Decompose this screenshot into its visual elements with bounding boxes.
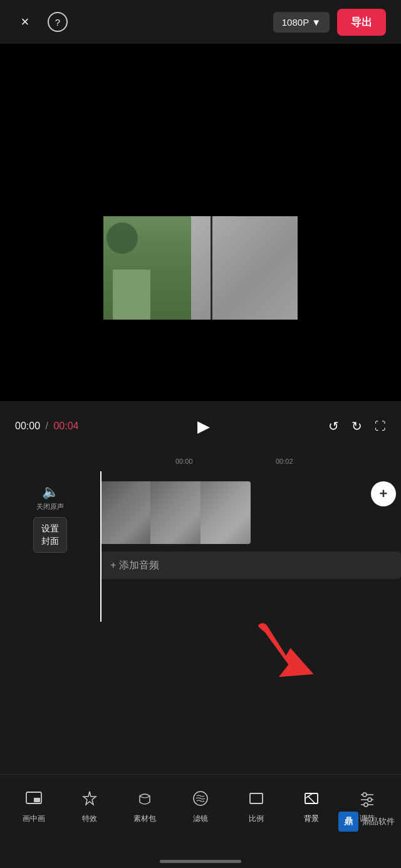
svg-rect-4	[250, 793, 263, 803]
tool-filters[interactable]: 滤镜	[182, 787, 219, 824]
tool-picture-in-picture[interactable]: 画中画	[15, 787, 53, 824]
left-track-controls: 🔈 关闭原声 设置 封面	[0, 471, 100, 627]
top-bar-left: × ?	[15, 12, 68, 32]
fullscreen-button[interactable]: ⛶	[375, 420, 386, 433]
tool-label-filters: 滤镜	[193, 813, 208, 824]
ruler-mark-2: 00:02	[276, 458, 293, 465]
help-button[interactable]: ?	[48, 12, 68, 32]
tool-materials[interactable]: 素材包	[126, 787, 164, 824]
cover-line2: 封面	[41, 535, 59, 548]
undo-button[interactable]: ↺	[328, 419, 339, 434]
tool-label-materials: 素材包	[133, 813, 156, 824]
export-button[interactable]: 导出	[337, 9, 386, 36]
playhead[interactable]	[100, 471, 102, 622]
video-black-top	[103, 103, 298, 216]
materials-icon	[133, 787, 156, 810]
svg-marker-2	[83, 792, 96, 805]
time-total: 00:04	[53, 421, 78, 431]
mute-button[interactable]: 🔈 关闭原声	[36, 484, 64, 511]
time-separator: /	[46, 421, 48, 431]
tool-ratio[interactable]: 比例	[237, 787, 275, 824]
video-image-area	[103, 216, 298, 320]
svg-point-9	[363, 793, 367, 797]
track-area: +	[100, 471, 401, 553]
video-black-bottom	[103, 320, 298, 342]
arrow-icon	[251, 611, 326, 693]
timeline-content: 🔈 关闭原声 设置 封面	[0, 471, 401, 627]
right-controls: ↺ ↻ ⛶	[328, 419, 386, 434]
timeline-area: 00:00 00:02 🔈 关闭原声 设置 封面	[0, 451, 401, 627]
svg-rect-5	[305, 793, 318, 803]
tool-label-effects: 特效	[82, 813, 97, 824]
set-cover-button[interactable]: 设置 封面	[33, 517, 67, 553]
top-bar: × ? 1080P ▼ 导出	[0, 0, 401, 44]
tool-label-picture-in-picture: 画中画	[23, 813, 45, 824]
background-icon	[300, 787, 323, 810]
time-current: 00:00	[15, 421, 40, 431]
track-frame-1	[100, 481, 150, 544]
home-indicator	[160, 860, 241, 863]
add-audio-button[interactable]: + 添加音频	[100, 552, 401, 579]
track-frame-3	[200, 481, 251, 544]
add-clip-button[interactable]: +	[371, 481, 396, 506]
ruler-mark-0: 00:00	[175, 458, 193, 465]
track-frame-2	[150, 481, 200, 544]
play-button[interactable]: ▶	[197, 417, 210, 436]
svg-rect-1	[34, 798, 40, 802]
video-frame	[103, 103, 298, 342]
filters-icon	[189, 787, 212, 810]
time-display: 00:00 / 00:04	[15, 421, 78, 432]
ratio-icon	[245, 787, 268, 810]
track-clip[interactable]	[100, 481, 251, 544]
vertical-divider	[211, 216, 212, 320]
svg-point-11	[368, 798, 372, 802]
cover-line1: 设置	[41, 523, 59, 535]
adjust-icon	[356, 787, 378, 810]
effects-icon	[78, 787, 101, 810]
controls-bar: 00:00 / 00:04 ▶ ↺ ↻ ⛶	[0, 401, 401, 451]
tool-background[interactable]: 背景	[293, 787, 330, 824]
audio-track-area: + 添加音频	[100, 552, 401, 583]
close-button[interactable]: ×	[15, 12, 35, 32]
timeline-ruler: 00:00 00:02	[0, 451, 401, 471]
svg-point-13	[364, 803, 368, 807]
mute-label: 关闭原声	[36, 503, 64, 511]
top-bar-right: 1080P ▼ 导出	[273, 9, 386, 36]
video-track	[100, 481, 251, 544]
svg-line-6	[308, 796, 315, 803]
watermark-text: 鼎品软件	[362, 816, 395, 827]
picture-in-picture-icon	[23, 787, 45, 810]
tool-label-background: 背景	[304, 813, 319, 824]
tool-effects[interactable]: 特效	[71, 787, 108, 824]
arrow-annotation	[251, 611, 326, 693]
speaker-icon: 🔈	[42, 484, 59, 500]
watermark: 鼎 鼎品软件	[338, 812, 395, 832]
watermark-logo: 鼎	[338, 812, 358, 832]
video-right-part	[191, 216, 298, 320]
video-left-part	[103, 216, 191, 320]
redo-button[interactable]: ↻	[352, 419, 362, 434]
video-preview	[0, 44, 401, 401]
playback-controls: ▶	[197, 417, 210, 436]
tool-label-ratio: 比例	[249, 813, 264, 824]
resolution-button[interactable]: 1080P ▼	[273, 12, 330, 33]
